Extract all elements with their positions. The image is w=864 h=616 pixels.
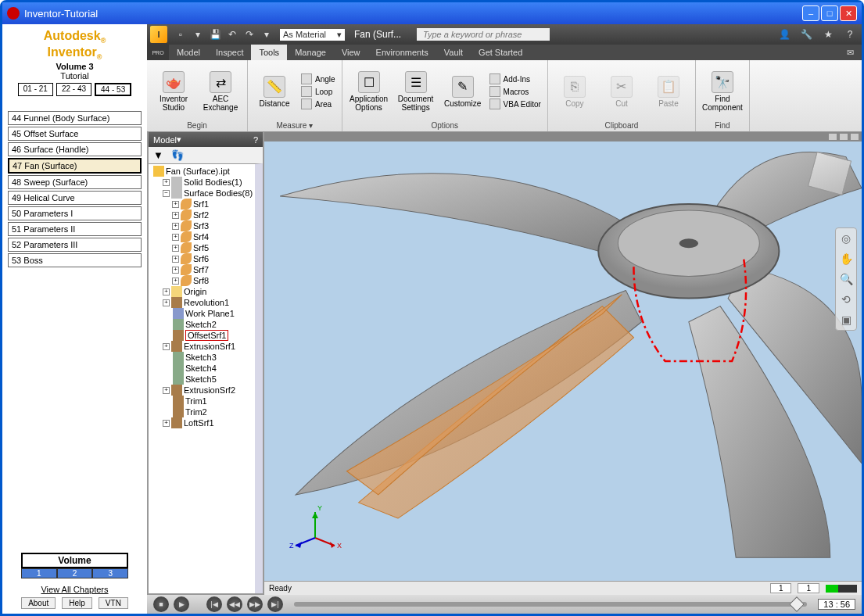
signin-icon[interactable]: 👤 [777,27,791,41]
tree-extrusionsrf1[interactable]: ExtrusionSrf1 [184,342,235,351]
about-button[interactable]: About [21,597,56,609]
search-input[interactable] [417,28,550,41]
expand-solid[interactable]: + [163,179,170,186]
tree-offsetsrf1[interactable]: OffsetSrf1 [185,330,228,341]
maximize-button[interactable]: □ [821,5,838,21]
undo-icon[interactable]: ↶ [225,27,239,41]
range-22-43[interactable]: 22 - 43 [56,83,91,96]
material-combo[interactable]: As Material▾ [280,29,345,41]
tab-vault[interactable]: Vault [436,45,471,60]
key-icon[interactable]: 🔧 [799,27,813,41]
rewind-button[interactable]: ◀◀ [227,596,242,612]
help-button[interactable]: Help [62,597,92,609]
tree-trim2[interactable]: Trim2 [185,407,207,417]
chapter-47[interactable]: 47 Fan (Surface) [8,158,142,174]
app-menu-button[interactable]: I [150,26,167,43]
volume-3[interactable]: 3 [92,568,128,578]
chapter-50[interactable]: 50 Parameters I [8,206,142,220]
browser-header[interactable]: Model ▾? [149,132,263,147]
tree-extrusionsrf2[interactable]: ExtrusionSrf2 [184,385,235,395]
viewport-close-icon[interactable] [851,134,859,140]
star-icon[interactable]: ★ [821,27,835,41]
first-button[interactable]: |◀ [206,596,222,612]
minimize-button[interactable]: – [802,5,819,21]
tree-srf2[interactable]: Srf2 [193,210,209,220]
help-icon[interactable]: ? [843,27,857,41]
vtn-button[interactable]: VTN [99,597,128,609]
addins-button[interactable]: Add-Ins [489,73,541,84]
tree-srf6[interactable]: Srf6 [193,254,209,263]
tab-inspect[interactable]: Inspect [208,45,251,60]
chapter-49[interactable]: 49 Helical Curve [8,191,142,205]
area-button[interactable]: Area [301,98,335,109]
app-options-button[interactable]: ☐Application Options [349,71,389,112]
last-button[interactable]: ▶| [267,596,283,612]
pan-icon[interactable]: ✋ [839,252,853,266]
tree-trim1[interactable]: Trim1 [185,396,207,406]
tree-surf[interactable]: Surface Bodies(8) [184,188,253,198]
tree-origin[interactable]: Origin [184,287,206,296]
chapter-53[interactable]: 53 Boss [8,253,142,267]
stop-button[interactable]: ■ [153,596,169,612]
tree-srf7[interactable]: Srf7 [193,265,209,274]
tree-srf8[interactable]: Srf8 [193,276,209,285]
zoom-icon[interactable]: 🔍 [839,272,853,286]
steering-wheel-icon[interactable]: ◎ [839,231,853,245]
chapter-45[interactable]: 45 Offset Surface [8,127,142,141]
tree-loftsrf1[interactable]: LoftSrf1 [184,418,214,428]
open-icon[interactable]: ▾ [191,27,205,41]
range-44-53[interactable]: 44 - 53 [95,83,131,96]
chapter-52[interactable]: 52 Parameters III [8,238,142,252]
chapter-44[interactable]: 44 Funnel (Body Surface) [8,111,142,125]
print-icon[interactable]: ▾ [260,27,274,41]
tab-environments[interactable]: Environments [368,45,436,60]
close-button[interactable]: ✕ [840,5,857,21]
ribbon-mail-icon[interactable]: ✉ [839,45,862,60]
tab-view[interactable]: View [334,45,368,60]
tree-srf5[interactable]: Srf5 [193,243,209,252]
find-component-button[interactable]: 🔭Find Component [702,71,743,112]
forward-button[interactable]: ▶▶ [247,596,263,612]
customize-button[interactable]: ✎Customize [443,76,483,108]
tree-revolution1[interactable]: Revolution1 [184,298,229,307]
loop-button[interactable]: Loop [301,86,335,97]
aec-exchange-button[interactable]: ⇄AEC Exchange [200,71,241,112]
chapter-48[interactable]: 48 Sweep (Surface) [8,175,142,189]
distance-button[interactable]: 📏Distance [254,76,295,108]
seek-thumb[interactable] [789,596,805,612]
tab-model[interactable]: Model [169,45,208,60]
volume-2[interactable]: 2 [57,568,93,578]
tree-srf3[interactable]: Srf3 [193,221,209,231]
doc-settings-button[interactable]: ☰Document Settings [396,71,436,112]
tree-sketch5[interactable]: Sketch5 [185,374,217,384]
save-icon[interactable]: 💾 [208,27,222,41]
view-all-chapters-link[interactable]: View All Chapters [5,585,144,594]
tree-srf1[interactable]: Srf1 [193,199,209,209]
macros-button[interactable]: Macros [489,86,541,97]
tree-workplane1[interactable]: Work Plane1 [185,309,235,318]
filter-icon[interactable]: ▼ [153,149,163,161]
chapter-46[interactable]: 46 Surface (Handle) [8,142,142,156]
play-button[interactable]: ▶ [174,596,189,612]
inventor-studio-button[interactable]: 🫖Inventor Studio [153,71,194,112]
angle-button[interactable]: Angle [301,73,335,84]
tree-srf4[interactable]: Srf4 [193,232,209,242]
lookat-icon[interactable]: ▣ [839,313,853,327]
viewport-min-icon[interactable] [829,134,837,140]
seek-track[interactable] [294,602,807,607]
model-tree[interactable]: Fan (Surface).ipt +Solid Bodies(1) −Surf… [149,163,263,593]
redo-icon[interactable]: ↷ [242,27,256,41]
tree-sketch2[interactable]: Sketch2 [185,320,217,329]
tree-solid[interactable]: Solid Bodies(1) [184,177,242,187]
expand-surf[interactable]: − [163,190,170,197]
tree-sketch3[interactable]: Sketch3 [185,353,217,362]
orbit-icon[interactable]: ⟲ [839,292,853,306]
range-01-21[interactable]: 01 - 21 [18,83,53,96]
tree-sketch4[interactable]: Sketch4 [185,364,217,373]
find-tree-icon[interactable]: 👣 [171,149,184,161]
tab-getstarted[interactable]: Get Started [471,45,530,60]
tab-tools[interactable]: Tools [251,45,287,60]
vba-button[interactable]: VBA Editor [489,98,541,109]
tab-manage[interactable]: Manage [287,45,334,60]
tree-root[interactable]: Fan (Surface).ipt [166,167,230,176]
